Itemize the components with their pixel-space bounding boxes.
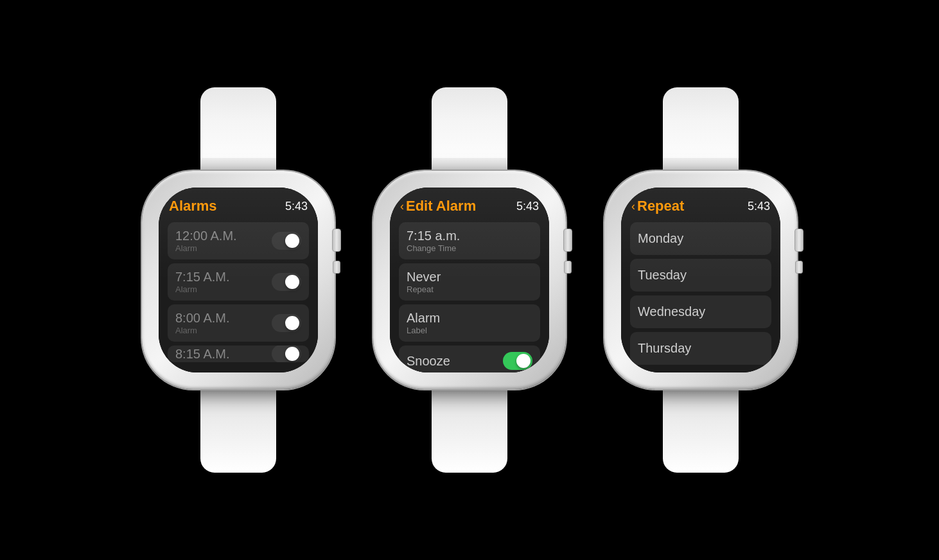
wednesday-label: Wednesday — [638, 304, 705, 319]
snooze-toggle[interactable] — [503, 352, 532, 370]
alarm-info-1: 12:00 A.M. Alarm — [175, 229, 237, 253]
alarms-title: Alarms — [169, 198, 217, 214]
snooze-toggle-knob — [516, 354, 531, 368]
repeat-thursday[interactable]: Thursday — [630, 332, 771, 365]
watch-2: ‹ Edit Alarm 5:43 7:15 a.m. Change Time … — [373, 87, 566, 473]
edit-never-value: Never — [407, 270, 532, 284]
alarm-item-2[interactable]: 7:15 A.M. Alarm — [168, 263, 309, 301]
edit-snooze[interactable]: Snooze — [399, 346, 540, 372]
edit-title-container: ‹ Edit Alarm — [400, 198, 476, 214]
edit-alarm-time: 5:43 — [516, 200, 539, 213]
repeat-tuesday[interactable]: Tuesday — [630, 259, 771, 292]
band-bottom-3 — [663, 389, 739, 473]
edit-alarm-screen: ‹ Edit Alarm 5:43 7:15 a.m. Change Time … — [390, 188, 549, 372]
alarm-toggle-4[interactable] — [272, 346, 301, 362]
repeat-screen: ‹ Repeat 5:43 Monday Tuesday Wednesday — [621, 188, 780, 372]
repeat-title: Repeat — [637, 198, 684, 214]
alarm-item-1[interactable]: 12:00 A.M. Alarm — [168, 222, 309, 259]
repeat-monday[interactable]: Monday — [630, 222, 771, 255]
alarm-info-2: 7:15 A.M. Alarm — [175, 270, 230, 294]
alarms-time: 5:43 — [285, 200, 308, 213]
toggle-knob-3 — [285, 316, 299, 330]
watch-3: ‹ Repeat 5:43 Monday Tuesday Wednesday — [604, 87, 797, 473]
alarm-time-4: 8:15 A.M. — [175, 347, 230, 362]
band-top-2 — [432, 87, 507, 171]
edit-alarm-header: ‹ Edit Alarm 5:43 — [399, 198, 540, 214]
watch-crown-lines-1 — [333, 261, 340, 274]
watch-case-2: ‹ Edit Alarm 5:43 7:15 a.m. Change Time … — [373, 171, 566, 389]
alarms-header: Alarms 5:43 — [168, 198, 309, 214]
alarm-time-2: 7:15 A.M. — [175, 270, 230, 284]
repeat-title-container: ‹ Repeat — [631, 198, 684, 214]
toggle-knob-4 — [285, 347, 299, 361]
edit-change-time-label: Change Time — [407, 243, 532, 253]
alarm-toggle-3[interactable] — [272, 314, 301, 332]
alarm-toggle-2[interactable] — [272, 273, 301, 291]
monday-label: Monday — [638, 231, 683, 245]
watch-1: Alarms 5:43 12:00 A.M. Alarm 7:1 — [142, 87, 335, 473]
back-arrow-2[interactable]: ‹ — [400, 200, 404, 213]
watch-crown-lines-3 — [795, 261, 803, 274]
thursday-label: Thursday — [638, 341, 691, 355]
alarm-time-3: 8:00 A.M. — [175, 311, 230, 326]
alarm-info-3: 8:00 A.M. Alarm — [175, 311, 230, 335]
repeat-header: ‹ Repeat 5:43 — [630, 198, 771, 214]
watch-case-3: ‹ Repeat 5:43 Monday Tuesday Wednesday — [604, 171, 797, 389]
snooze-row: Snooze — [407, 352, 532, 370]
watch-screen-2: ‹ Edit Alarm 5:43 7:15 a.m. Change Time … — [390, 188, 549, 372]
band-top-1 — [200, 87, 276, 171]
watch-crown-3 — [794, 229, 803, 252]
alarm-item-4-partial[interactable]: 8:15 A.M. — [168, 346, 309, 362]
repeat-time: 5:43 — [748, 200, 770, 213]
alarm-item-3[interactable]: 8:00 A.M. Alarm — [168, 304, 309, 342]
tuesday-label: Tuesday — [638, 268, 687, 282]
edit-label[interactable]: Alarm Label — [399, 304, 540, 342]
edit-alarm-label-value: Alarm — [407, 311, 532, 326]
snooze-label: Snooze — [407, 354, 450, 369]
edit-repeat-label: Repeat — [407, 284, 532, 294]
alarm-toggle-1[interactable] — [272, 232, 301, 250]
alarm-time-1: 12:00 A.M. — [175, 229, 237, 243]
edit-change-time[interactable]: 7:15 a.m. Change Time — [399, 222, 540, 259]
band-top-3 — [663, 87, 739, 171]
band-bottom-1 — [200, 389, 276, 473]
alarms-screen: Alarms 5:43 12:00 A.M. Alarm 7:1 — [159, 188, 318, 372]
band-bottom-2 — [432, 389, 507, 473]
alarm-label-1: Alarm — [175, 243, 237, 253]
watch-crown-lines-2 — [564, 261, 572, 274]
watch-screen-3: ‹ Repeat 5:43 Monday Tuesday Wednesday — [621, 188, 780, 372]
watch-crown-2 — [563, 229, 572, 252]
edit-repeat[interactable]: Never Repeat — [399, 263, 540, 301]
toggle-knob-1 — [285, 234, 299, 248]
watch-crown-1 — [332, 229, 341, 252]
edit-alarm-value: 7:15 a.m. — [407, 229, 532, 243]
alarm-label-2: Alarm — [175, 284, 230, 294]
alarm-label-3: Alarm — [175, 326, 230, 335]
watch-screen-1: Alarms 5:43 12:00 A.M. Alarm 7:1 — [159, 188, 318, 372]
edit-label-sub: Label — [407, 326, 532, 335]
watch-case-1: Alarms 5:43 12:00 A.M. Alarm 7:1 — [142, 171, 335, 389]
edit-alarm-title: Edit Alarm — [406, 198, 476, 214]
back-arrow-3[interactable]: ‹ — [631, 200, 635, 213]
repeat-wednesday[interactable]: Wednesday — [630, 295, 771, 328]
toggle-knob-2 — [285, 275, 299, 289]
